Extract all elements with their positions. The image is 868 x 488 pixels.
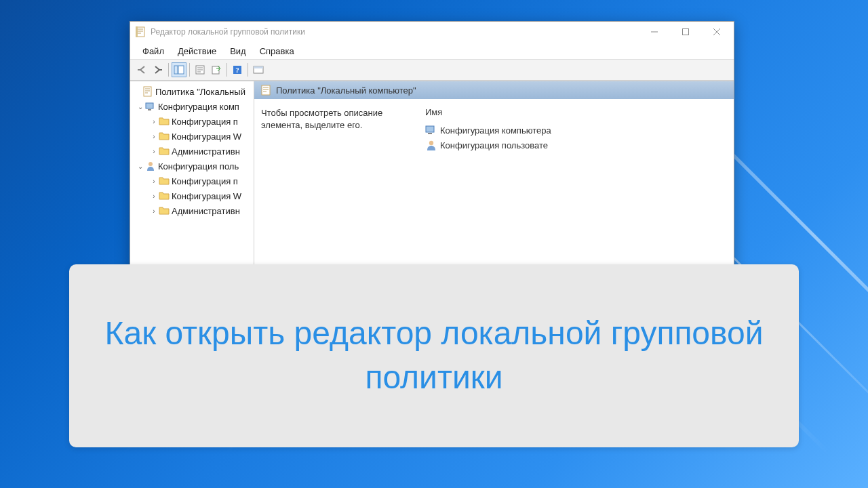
svg-rect-15 [262, 85, 270, 95]
detail-header: Политика "Локальный компьютер" [254, 81, 734, 99]
expand-icon[interactable]: › [149, 148, 159, 155]
menubar: Файл Действие Вид Справка [130, 42, 734, 59]
tree-item[interactable]: › Конфигурация п [130, 114, 254, 129]
svg-rect-3 [174, 66, 178, 74]
folder-icon [159, 205, 170, 216]
app-icon [136, 26, 145, 37]
svg-rect-11 [144, 87, 151, 96]
policy-icon [261, 85, 271, 96]
svg-rect-13 [148, 109, 151, 110]
svg-rect-2 [683, 29, 689, 35]
folder-icon [159, 131, 170, 142]
toolbar-separator [189, 63, 190, 77]
computer-icon [145, 101, 156, 112]
expand-icon[interactable]: › [149, 207, 159, 215]
user-icon [145, 161, 156, 171]
tree-item[interactable]: › Конфигурация W [130, 129, 254, 144]
caption-text: Как открыть редактор локальной групповой… [69, 312, 799, 400]
svg-text:?: ? [235, 66, 239, 74]
detail-title: Политика "Локальный компьютер" [276, 85, 416, 96]
tree-item[interactable]: › Конфигурация п [130, 174, 254, 188]
folder-icon [159, 116, 170, 127]
tree-computer-config[interactable]: ⌄ Конфигурация комп [130, 99, 254, 114]
window-title: Редактор локальной групповой политики [151, 27, 639, 37]
svg-rect-17 [428, 133, 432, 134]
toolbar-separator [168, 63, 169, 77]
folder-icon [159, 176, 170, 186]
menu-help[interactable]: Справка [253, 45, 301, 58]
caption-overlay: Как открыть редактор локальной групповой… [69, 264, 799, 447]
close-button[interactable] [701, 22, 732, 42]
tree-item[interactable]: › Административн [130, 144, 254, 159]
list-item[interactable]: Конфигурация пользовате [425, 138, 727, 152]
tree-label: Конфигурация комп [158, 102, 239, 112]
tree-root[interactable]: Политика "Локальный [130, 84, 254, 99]
tree-item[interactable]: › Конфигурация W [130, 188, 254, 203]
tree-label: Конфигурация поль [158, 161, 239, 171]
menu-view[interactable]: Вид [223, 45, 253, 58]
tree-user-config[interactable]: ⌄ Конфигурация поль [130, 159, 254, 174]
maximize-button[interactable] [670, 22, 701, 42]
help-button[interactable]: ? [230, 62, 245, 77]
user-icon [425, 139, 437, 151]
tree-label: Конфигурация п [172, 117, 238, 127]
svg-rect-4 [178, 66, 184, 74]
svg-rect-16 [426, 126, 434, 132]
show-tree-button[interactable] [172, 62, 186, 77]
titlebar[interactable]: Редактор локальной групповой политики [130, 22, 734, 42]
svg-rect-10 [254, 66, 263, 68]
toolbar-separator [248, 63, 248, 77]
collapse-icon[interactable]: ⌄ [136, 103, 145, 110]
tree-label: Административн [172, 206, 240, 216]
svg-rect-6 [212, 66, 219, 74]
toolbar: ? [130, 59, 734, 81]
tree-item[interactable]: › Административн [130, 203, 254, 218]
tree-label: Конфигурация W [172, 191, 241, 201]
policy-icon [142, 86, 153, 97]
minimize-button[interactable] [639, 22, 670, 42]
svg-rect-12 [146, 103, 153, 108]
expand-icon[interactable]: › [149, 192, 159, 200]
menu-action[interactable]: Действие [171, 45, 223, 58]
properties-button[interactable] [193, 62, 208, 77]
folder-icon [159, 146, 170, 157]
list-item-label: Конфигурация компьютера [440, 125, 551, 136]
list-item[interactable]: Конфигурация компьютера [425, 123, 727, 138]
collapse-icon[interactable]: ⌄ [136, 163, 145, 170]
expand-icon[interactable]: › [149, 178, 159, 185]
filter-button[interactable] [251, 62, 266, 77]
tree-label: Административн [172, 146, 240, 157]
expand-icon[interactable]: › [149, 133, 159, 140]
menu-file[interactable]: Файл [136, 45, 171, 58]
computer-icon [425, 124, 437, 136]
tree-root-label: Политика "Локальный [155, 87, 245, 97]
back-button[interactable] [134, 62, 149, 77]
export-button[interactable] [209, 62, 224, 77]
tree-label: Конфигурация п [172, 176, 238, 186]
tree-label: Конфигурация W [172, 131, 241, 142]
expand-icon[interactable]: › [149, 118, 159, 125]
list-item-label: Конфигурация пользовате [440, 140, 548, 150]
svg-point-14 [149, 162, 153, 166]
forward-button[interactable] [151, 62, 165, 77]
svg-rect-1 [136, 26, 138, 37]
column-name[interactable]: Имя [425, 107, 727, 117]
folder-icon [159, 190, 170, 201]
toolbar-separator [226, 63, 227, 77]
svg-point-18 [429, 141, 433, 145]
